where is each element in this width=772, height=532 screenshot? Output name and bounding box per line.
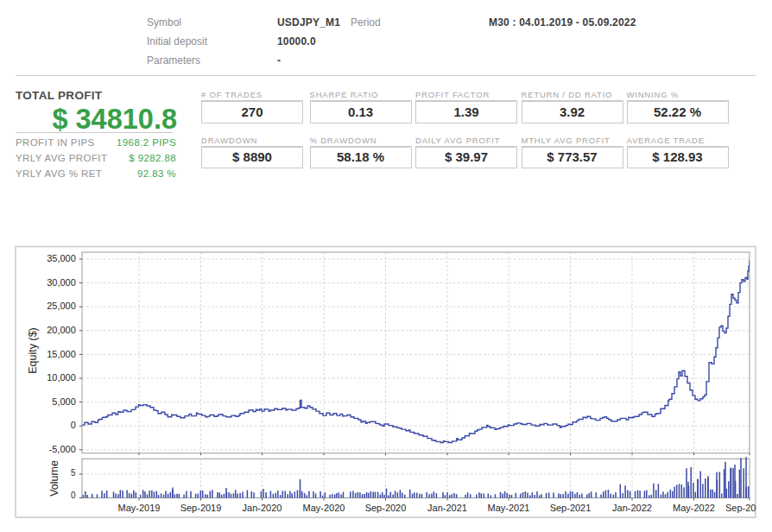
svg-text:35,000: 35,000 xyxy=(47,253,76,263)
svg-text:0: 0 xyxy=(71,420,76,430)
svg-text:Equity ($): Equity ($) xyxy=(27,327,39,374)
svg-text:15,000: 15,000 xyxy=(47,349,76,359)
svg-text:May-2020: May-2020 xyxy=(303,503,345,513)
svg-text:May-2019: May-2019 xyxy=(118,503,161,513)
svg-text:5: 5 xyxy=(71,468,76,478)
svg-text:Sep-2021: Sep-2021 xyxy=(550,503,592,513)
svg-text:-5,000: -5,000 xyxy=(49,444,76,454)
svg-text:0: 0 xyxy=(71,491,76,500)
svg-text:May-2022: May-2022 xyxy=(673,503,715,513)
svg-text:Volume: Volume xyxy=(48,460,60,497)
svg-text:30,000: 30,000 xyxy=(47,277,76,288)
svg-text:20,000: 20,000 xyxy=(47,325,76,335)
svg-text:Sep-20: Sep-20 xyxy=(725,503,756,513)
svg-text:May-2021: May-2021 xyxy=(488,503,530,513)
svg-text:Jan-2020: Jan-2020 xyxy=(243,503,282,513)
svg-text:10,000: 10,000 xyxy=(47,372,76,383)
svg-text:Sep-2019: Sep-2019 xyxy=(180,503,222,513)
svg-text:Jan-2021: Jan-2021 xyxy=(427,503,467,513)
svg-text:Jan-2022: Jan-2022 xyxy=(612,503,652,513)
svg-text:Sep-2020: Sep-2020 xyxy=(365,503,407,513)
svg-text:25,000: 25,000 xyxy=(47,301,76,311)
svg-text:5,000: 5,000 xyxy=(52,396,76,407)
